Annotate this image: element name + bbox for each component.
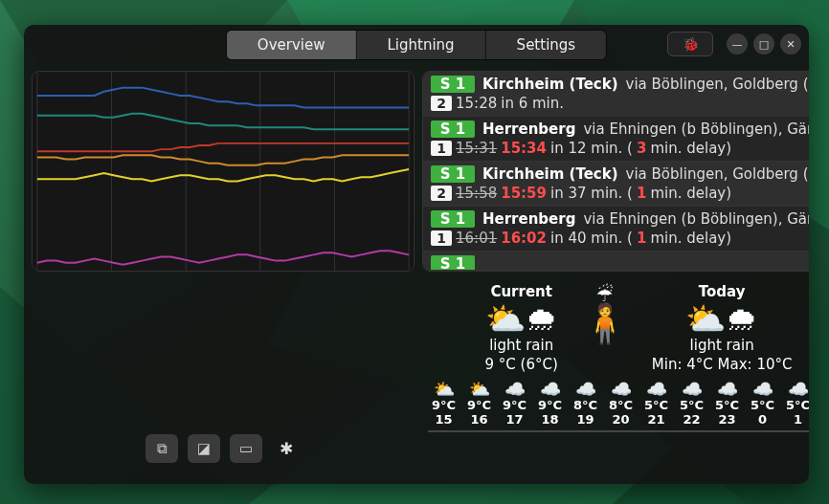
departure-row[interactable]: S 1Kirchheim (Teck) via Böblingen, Goldb… (423, 72, 809, 117)
weather-today-icon: ⛅🌧 (685, 302, 758, 335)
platform-badge: 1 (431, 141, 452, 156)
destination: Herrenberg (482, 210, 575, 228)
relative-time: in 40 min. ( (550, 230, 633, 247)
forecast-temp: 8°C (573, 398, 597, 412)
tab-overview[interactable]: Overview (227, 31, 357, 59)
titlebar: Overview Lightning Settings 🐞 — □ ✕ (24, 25, 809, 63)
line-badge: S 1 (431, 210, 475, 228)
line-badge: S 1 (431, 76, 475, 93)
weather-today-col: Today ⛅🌧 light rain Min: 4°C Max: 10°C (652, 283, 793, 373)
forecast-temp: 5°C (786, 398, 809, 412)
delay-value: 3 (637, 140, 646, 157)
actual-time: 15:34 (501, 140, 547, 157)
departure-row[interactable]: S 1Herrenberg via Ehningen (b Böblingen)… (423, 207, 809, 252)
tray-button-1[interactable]: ⧉ (146, 434, 178, 463)
weather-current-col: Current ⛅🌧 light rain 9 °C (6°C) (485, 283, 558, 373)
forecast-cell: ☁️8°C19 (570, 381, 601, 427)
line-badge: S 1 (431, 165, 475, 183)
forecast-hour: 15 (435, 412, 452, 427)
planned-time: 15:58 (456, 185, 497, 202)
forecast-hour: 1 (794, 412, 802, 427)
maximize-button[interactable]: □ (753, 33, 774, 55)
forecast-icon: ☁️ (788, 381, 809, 398)
weather-clothing-icon: ☔ 🧍 (581, 285, 629, 342)
delay-suffix: min. delay) (650, 230, 731, 247)
forecast-temp: 8°C (609, 398, 633, 412)
forecast-icon: ☁️ (682, 381, 703, 398)
weather-current-temp: 9 °C (6°C) (485, 356, 558, 373)
relative-time: in 6 min. (501, 95, 564, 112)
tray-button-3[interactable]: ▭ (230, 434, 262, 463)
departure-row[interactable]: S 1 (423, 252, 809, 271)
forecast-temp: 9°C (538, 398, 562, 412)
planned-time: 15:31 (456, 140, 497, 157)
bottom-tray: ⧉ ◪ ▭ ✱ (32, 279, 414, 476)
forecast-icon: ☁️ (540, 381, 561, 398)
tab-group: Overview Lightning Settings (226, 30, 607, 60)
forecast-cell: ⛅9°C16 (463, 381, 495, 427)
forecast-scroll-indicator (428, 430, 524, 432)
platform-badge: 2 (431, 96, 452, 111)
forecast-icon: ⛅ (434, 381, 455, 398)
departure-row[interactable]: S 1Herrenberg via Ehningen (b Böblingen)… (423, 117, 809, 162)
dashboard-window: Overview Lightning Settings 🐞 — □ ✕ S 1K… (24, 25, 809, 484)
planned-time: 15:28 (456, 95, 497, 112)
bug-button[interactable]: 🐞 (667, 32, 713, 56)
departures-panel[interactable]: S 1Kirchheim (Teck) via Böblingen, Goldb… (422, 71, 809, 272)
forecast-cell: ☁️5°C21 (640, 381, 672, 427)
weather-current-cond: light rain (489, 337, 553, 354)
minimize-button[interactable]: — (727, 33, 748, 55)
relative-time: in 12 min. ( (550, 140, 633, 157)
planned-time: 16:01 (456, 230, 497, 247)
weather-today-range: Min: 4°C Max: 10°C (652, 356, 793, 373)
forecast-icon: ☁️ (752, 381, 773, 398)
weather-panel: Current ⛅🌧 light rain 9 °C (6°C) ☔ 🧍 Tod… (422, 279, 809, 476)
tray-button-2[interactable]: ◪ (188, 434, 220, 463)
forecast-hour: 17 (505, 412, 523, 427)
forecast-hour: 18 (541, 412, 558, 427)
forecast-icon: ☁️ (646, 381, 667, 398)
forecast-row[interactable]: ⛅9°C15⛅9°C16☁️9°C17☁️9°C18☁️8°C19☁️8°C20… (428, 379, 809, 432)
forecast-cell: ☁️5°C1 (782, 381, 809, 427)
close-button[interactable]: ✕ (780, 33, 801, 55)
actual-time: 15:59 (501, 185, 547, 202)
weather-current-icon: ⛅🌧 (485, 302, 558, 335)
tab-lightning[interactable]: Lightning (356, 31, 485, 59)
forecast-hour: 22 (683, 412, 700, 427)
brightness-icon[interactable]: ✱ (272, 434, 301, 463)
delay-suffix: min. delay) (650, 140, 731, 157)
weather-current-heading: Current (490, 283, 552, 300)
platform-badge: 1 (431, 230, 452, 246)
weather-today-heading: Today (699, 283, 746, 300)
actual-time: 16:02 (501, 230, 547, 247)
forecast-temp: 5°C (644, 398, 668, 412)
delay-value: 1 (637, 230, 646, 247)
person-icon: 🧍 (581, 304, 629, 342)
forecast-icon: ☁️ (504, 381, 526, 398)
line-badge: S 1 (431, 121, 475, 138)
weather-today-cond: light rain (690, 337, 754, 354)
forecast-cell: ☁️9°C17 (499, 381, 530, 427)
forecast-temp: 9°C (467, 398, 491, 412)
via-text: via Ehningen (b Böblingen), Gärtr… (583, 210, 809, 228)
forecast-hour: 21 (647, 412, 664, 427)
forecast-temp: 5°C (680, 398, 704, 412)
forecast-icon: ⛅ (469, 381, 490, 398)
destination: Kirchheim (Teck) (482, 76, 618, 93)
forecast-cell: ☁️9°C18 (534, 381, 566, 427)
window-controls: 🐞 — □ ✕ (667, 32, 801, 56)
forecast-hour: 23 (718, 412, 735, 427)
forecast-icon: ☁️ (611, 381, 632, 398)
destination: Herrenberg (482, 121, 575, 138)
platform-badge: 2 (431, 186, 452, 201)
forecast-hour: 16 (470, 412, 487, 427)
weather-summary: Current ⛅🌧 light rain 9 °C (6°C) ☔ 🧍 Tod… (422, 283, 809, 373)
forecast-hour: 0 (758, 412, 767, 427)
departure-row[interactable]: S 1Kirchheim (Teck) via Böblingen, Goldb… (423, 162, 809, 207)
forecast-cell: ⛅9°C15 (428, 381, 459, 427)
forecast-temp: 9°C (432, 398, 456, 412)
forecast-cell: ☁️5°C22 (676, 381, 707, 427)
tab-settings[interactable]: Settings (486, 31, 607, 59)
forecast-cell: ☁️8°C20 (605, 381, 637, 427)
forecast-hour: 20 (612, 412, 629, 427)
